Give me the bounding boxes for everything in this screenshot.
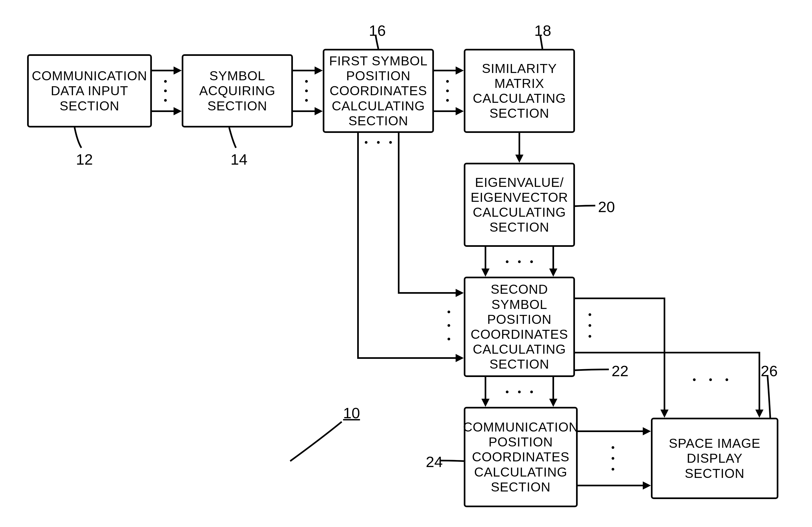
- svg-marker-3: [174, 107, 182, 115]
- svg-point-43: [448, 324, 450, 327]
- block-16-text: FIRST SYMBOL POSITION COORDINATES CALCUL…: [329, 54, 427, 128]
- label-10: 10: [343, 404, 360, 422]
- svg-marker-33: [549, 399, 557, 407]
- label-18: 18: [534, 22, 551, 39]
- svg-point-49: [589, 335, 591, 338]
- svg-point-20: [446, 99, 449, 102]
- block-14-text: SYMBOL ACQUIRING SECTION: [199, 68, 275, 113]
- svg-point-5: [164, 89, 167, 92]
- svg-marker-56: [643, 481, 651, 489]
- svg-marker-15: [455, 67, 464, 75]
- label-26: 26: [761, 362, 778, 380]
- label-12: 12: [76, 150, 93, 168]
- svg-marker-17: [455, 107, 464, 115]
- block-22-text: SECOND SYMBOL POSITION COORDINATES CALCU…: [470, 282, 568, 371]
- block-communication-data-input: COMMUNICATION DATA INPUT SECTION: [27, 54, 152, 128]
- block-20-text: EIGENVALUE/ EIGENVECTOR CALCULATING SECT…: [470, 175, 568, 235]
- svg-point-19: [446, 89, 449, 92]
- svg-marker-41: [455, 354, 464, 362]
- svg-point-28: [518, 260, 521, 263]
- diagram-canvas: COMMUNICATION DATA INPUT SECTION SYMBOL …: [0, 0, 812, 527]
- block-space-image-display: SPACE IMAGE DISPLAY SECTION: [651, 418, 778, 499]
- block-communication-position-coords: COMMUNICATION POSITION COORDINATES CALCU…: [464, 407, 578, 507]
- svg-marker-1: [174, 67, 182, 75]
- svg-point-35: [518, 391, 521, 393]
- svg-point-51: [709, 378, 712, 381]
- label-16: 16: [369, 22, 386, 39]
- svg-point-4: [164, 80, 167, 83]
- svg-point-13: [305, 99, 308, 102]
- svg-point-34: [506, 391, 508, 393]
- svg-marker-26: [549, 268, 557, 277]
- svg-point-52: [725, 378, 728, 381]
- svg-marker-40: [455, 289, 464, 297]
- svg-point-50: [693, 378, 696, 381]
- svg-point-29: [530, 260, 533, 263]
- svg-point-37: [365, 141, 367, 144]
- block-similarity-matrix: SIMILARITY MATRIX CALCULATING SECTION: [464, 49, 575, 133]
- block-12-text: COMMUNICATION DATA INPUT SECTION: [32, 68, 147, 113]
- svg-marker-22: [515, 155, 523, 163]
- svg-point-38: [377, 141, 380, 144]
- block-second-symbol-position: SECOND SYMBOL POSITION COORDINATES CALCU…: [464, 277, 575, 377]
- block-eigenvalue-eigenvector: EIGENVALUE/ EIGENVECTOR CALCULATING SECT…: [464, 163, 575, 247]
- svg-marker-24: [481, 268, 490, 277]
- label-24: 24: [426, 453, 443, 471]
- svg-point-42: [448, 310, 450, 313]
- block-24-text: COMMUNICATION POSITION COORDINATES CALCU…: [463, 420, 578, 495]
- svg-point-59: [612, 468, 614, 471]
- svg-marker-10: [315, 107, 323, 115]
- svg-point-44: [448, 338, 450, 340]
- svg-point-39: [389, 141, 392, 144]
- label-14: 14: [231, 150, 247, 168]
- block-18-text: SIMILARITY MATRIX CALCULATING SECTION: [473, 61, 566, 121]
- block-first-symbol-position: FIRST SYMBOL POSITION COORDINATES CALCUL…: [323, 49, 434, 133]
- svg-point-57: [612, 446, 614, 449]
- svg-point-6: [164, 99, 167, 102]
- svg-marker-46: [755, 410, 764, 418]
- svg-marker-31: [481, 399, 490, 407]
- svg-point-18: [446, 80, 449, 83]
- svg-marker-8: [315, 67, 323, 75]
- svg-point-12: [305, 89, 308, 92]
- svg-marker-45: [661, 410, 668, 418]
- svg-point-58: [612, 457, 614, 460]
- svg-point-27: [506, 260, 508, 263]
- block-26-text: SPACE IMAGE DISPLAY SECTION: [655, 436, 774, 481]
- label-20: 20: [598, 198, 615, 216]
- svg-point-48: [589, 324, 591, 327]
- block-symbol-acquiring: SYMBOL ACQUIRING SECTION: [182, 54, 293, 128]
- svg-marker-54: [643, 427, 651, 435]
- label-22: 22: [612, 362, 628, 380]
- svg-point-47: [589, 313, 591, 316]
- svg-point-36: [530, 391, 533, 393]
- svg-point-11: [305, 80, 308, 83]
